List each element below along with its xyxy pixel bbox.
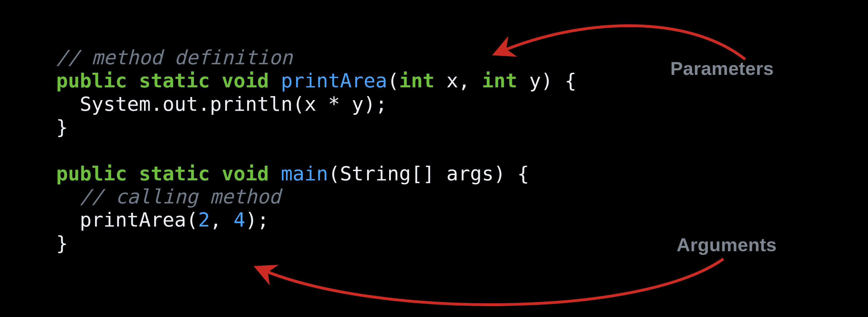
close-brace-1: } — [56, 116, 68, 139]
close-brace-2: } — [56, 232, 68, 255]
paren-open-3: ( — [186, 208, 198, 231]
kw-static-2: static — [139, 162, 210, 185]
paren-open-2: ( — [328, 162, 340, 185]
method-main: main — [281, 162, 328, 185]
comma-2: , — [210, 208, 234, 231]
type-int-1: int — [399, 69, 435, 92]
comma-1: , — [458, 69, 482, 92]
param-args: args — [435, 162, 494, 185]
kw-public-2: public — [56, 162, 127, 185]
arrow-arguments — [259, 259, 723, 305]
comment-method-def: // method definition — [56, 46, 293, 69]
kw-void-2: void — [222, 162, 269, 185]
code-block: // method definition public static void … — [56, 46, 577, 255]
method-body: System.out.println(x * y); — [80, 93, 387, 115]
method-printarea: printArea — [281, 69, 387, 92]
indent-2 — [56, 185, 80, 208]
type-int-2: int — [482, 69, 518, 92]
paren-close-semi: ); — [245, 208, 269, 231]
call-printarea: printArea — [80, 208, 186, 231]
kw-void-1: void — [222, 69, 269, 92]
indent-3 — [56, 208, 80, 231]
label-parameters: Parameters — [670, 58, 774, 79]
kw-public-1: public — [56, 69, 127, 92]
paren-open-1: ( — [387, 69, 399, 92]
param-x: x — [435, 69, 458, 92]
param-y: y — [517, 69, 541, 92]
comment-calling: // calling method — [80, 185, 281, 208]
type-stringarr: String[] — [340, 162, 434, 185]
paren-close-brace-2: ) { — [494, 162, 529, 185]
kw-static-1: static — [139, 69, 210, 92]
label-arguments: Arguments — [677, 234, 777, 256]
indent-1 — [56, 93, 80, 115]
arg-1: 2 — [198, 208, 210, 231]
diagram-canvas: // method definition public static void … — [0, 0, 868, 317]
arg-2: 4 — [234, 208, 245, 231]
paren-close-brace-1: ) { — [541, 69, 577, 92]
